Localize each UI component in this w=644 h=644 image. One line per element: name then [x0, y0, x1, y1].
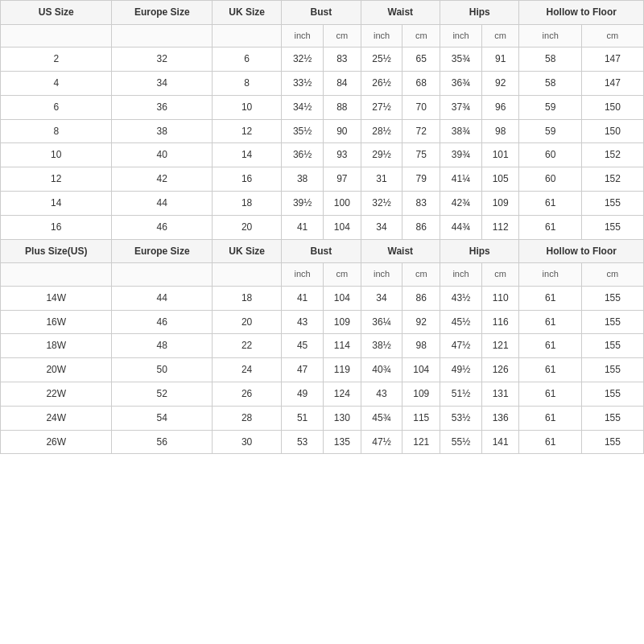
table-cell: 28½	[361, 119, 402, 143]
table-cell: 33½	[282, 71, 324, 95]
table-cell: 61	[519, 430, 581, 454]
table-cell: 34	[361, 215, 402, 239]
table-cell: 112	[481, 215, 519, 239]
table-cell: 53½	[440, 406, 482, 430]
table-cell: 54	[112, 406, 213, 430]
table2-header-row: Plus Size(US) Europe Size UK Size Bust W…	[1, 239, 644, 263]
table-cell: 18	[213, 286, 282, 310]
table-cell: 43	[361, 382, 402, 406]
table-cell: 61	[519, 286, 581, 310]
table-cell: 46	[112, 310, 213, 334]
table-cell: 4	[1, 71, 112, 95]
table-cell: 65	[402, 47, 440, 72]
sub2-hollow-inch: inch	[519, 263, 581, 286]
table-cell: 38	[282, 167, 324, 192]
table-cell: 104	[324, 215, 361, 239]
sub-us	[1, 24, 112, 47]
table-cell: 61	[519, 310, 581, 334]
table-cell: 55½	[440, 430, 482, 454]
sub-uk	[213, 24, 282, 47]
table-cell: 22W	[1, 382, 112, 406]
table-cell: 155	[581, 215, 643, 239]
table-cell: 56	[112, 430, 213, 454]
sub-waist-cm: cm	[402, 24, 440, 47]
table-cell: 136	[481, 406, 519, 430]
table-cell: 30	[213, 430, 282, 454]
table1-header-row: US Size Europe Size UK Size Bust Waist H…	[1, 1, 644, 25]
table-cell: 155	[581, 191, 643, 215]
table-row: 14W441841104348643½11061155	[1, 286, 644, 310]
table-cell: 109	[481, 191, 519, 215]
table-cell: 96	[481, 95, 519, 119]
sub-hollow-cm: cm	[581, 24, 643, 47]
table-cell: 44	[112, 286, 213, 310]
col-hollow: Hollow to Floor	[519, 1, 644, 25]
col-waist: Waist	[361, 1, 440, 25]
table-cell: 155	[581, 286, 643, 310]
table-cell: 16	[213, 167, 282, 192]
table-cell: 121	[481, 334, 519, 358]
table2-subheader-row: inch cm inch cm inch cm inch cm	[1, 263, 644, 286]
table-cell: 105	[481, 167, 519, 192]
table-row: 6361034½8827½7037¾9659150	[1, 95, 644, 119]
table-cell: 131	[481, 382, 519, 406]
table-cell: 8	[1, 119, 112, 143]
table-cell: 10	[213, 95, 282, 119]
col2-us-size: Plus Size(US)	[1, 239, 112, 263]
sub2-waist-cm: cm	[402, 263, 440, 286]
table-cell: 41¼	[440, 167, 482, 192]
table-row: 8381235½9028½7238¾9859150	[1, 119, 644, 143]
table-cell: 61	[519, 215, 581, 239]
table-row: 16462041104348644¾11261155	[1, 215, 644, 239]
table-cell: 44¾	[440, 215, 482, 239]
table-cell: 70	[402, 95, 440, 119]
table-cell: 46	[112, 215, 213, 239]
table-cell: 27½	[361, 95, 402, 119]
table-cell: 135	[324, 430, 361, 454]
table-cell: 12	[213, 119, 282, 143]
table-cell: 34	[361, 286, 402, 310]
table-cell: 93	[324, 143, 361, 167]
table-cell: 40	[112, 143, 213, 167]
table-cell: 92	[402, 310, 440, 334]
col-europe-size: Europe Size	[112, 1, 213, 25]
table-cell: 45½	[440, 310, 482, 334]
table-cell: 51	[282, 406, 324, 430]
table-cell: 155	[581, 382, 643, 406]
table-cell: 147	[581, 47, 643, 72]
table-cell: 97	[324, 167, 361, 192]
table-row: 24W54285113045¾11553½13661155	[1, 406, 644, 430]
table-cell: 14	[213, 143, 282, 167]
table-cell: 130	[324, 406, 361, 430]
table-cell: 61	[519, 358, 581, 382]
col2-bust: Bust	[282, 239, 361, 263]
table-cell: 115	[402, 406, 440, 430]
table-cell: 41	[282, 215, 324, 239]
table-cell: 100	[324, 191, 361, 215]
table-cell: 42¾	[440, 191, 482, 215]
table-cell: 104	[324, 286, 361, 310]
table-cell: 68	[402, 71, 440, 95]
table-cell: 114	[324, 334, 361, 358]
table-cell: 88	[324, 95, 361, 119]
table-cell: 32½	[282, 47, 324, 72]
table-cell: 147	[581, 71, 643, 95]
sub2-hips-cm: cm	[481, 263, 519, 286]
table-row: 1242163897317941¼10560152	[1, 167, 644, 192]
table-cell: 53	[282, 430, 324, 454]
table-row: 26W56305313547½12155½14161155	[1, 430, 644, 454]
table-cell: 47½	[361, 430, 402, 454]
table-row: 10401436½9329½7539¾10160152	[1, 143, 644, 167]
table-cell: 14	[1, 191, 112, 215]
table-cell: 32	[112, 47, 213, 72]
table-cell: 155	[581, 406, 643, 430]
table-cell: 31	[361, 167, 402, 192]
sub-waist-inch: inch	[361, 24, 402, 47]
sub2-us	[1, 263, 112, 286]
sub-bust-cm: cm	[324, 24, 361, 47]
col2-uk-size: UK Size	[213, 239, 282, 263]
table-cell: 83	[324, 47, 361, 72]
col2-europe-size: Europe Size	[112, 239, 213, 263]
table-cell: 126	[481, 358, 519, 382]
table-cell: 155	[581, 334, 643, 358]
